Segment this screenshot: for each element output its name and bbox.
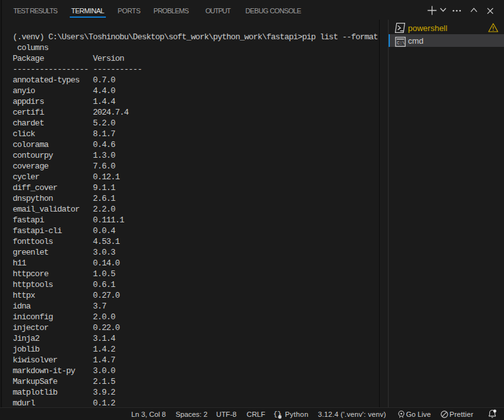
svg-text:C:\: C:\: [397, 41, 405, 46]
